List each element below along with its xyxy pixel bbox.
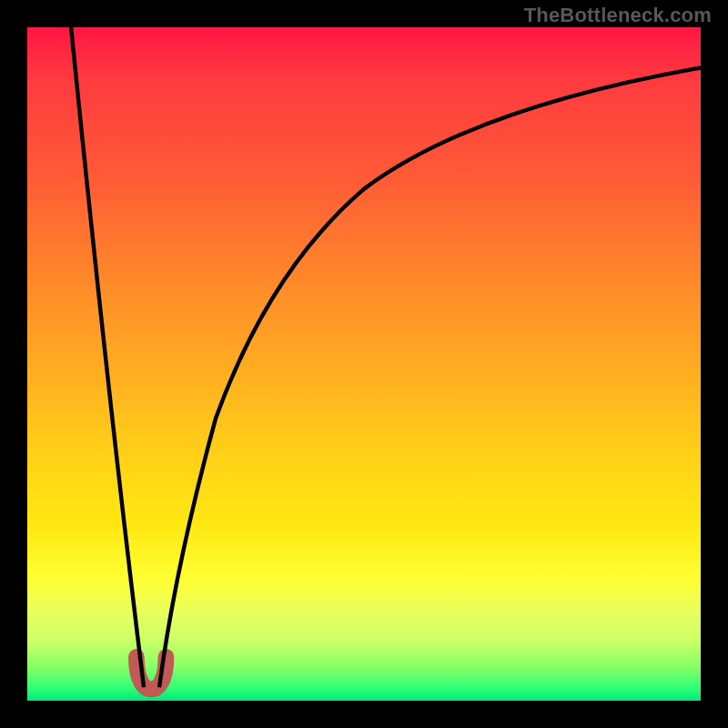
right-branch-path <box>159 67 701 687</box>
plot-area <box>27 27 701 701</box>
curve-svg <box>27 27 701 701</box>
chart-frame: TheBottleneck.com <box>0 0 728 728</box>
attribution-text: TheBottleneck.com <box>524 4 712 27</box>
left-branch-path <box>71 27 144 687</box>
